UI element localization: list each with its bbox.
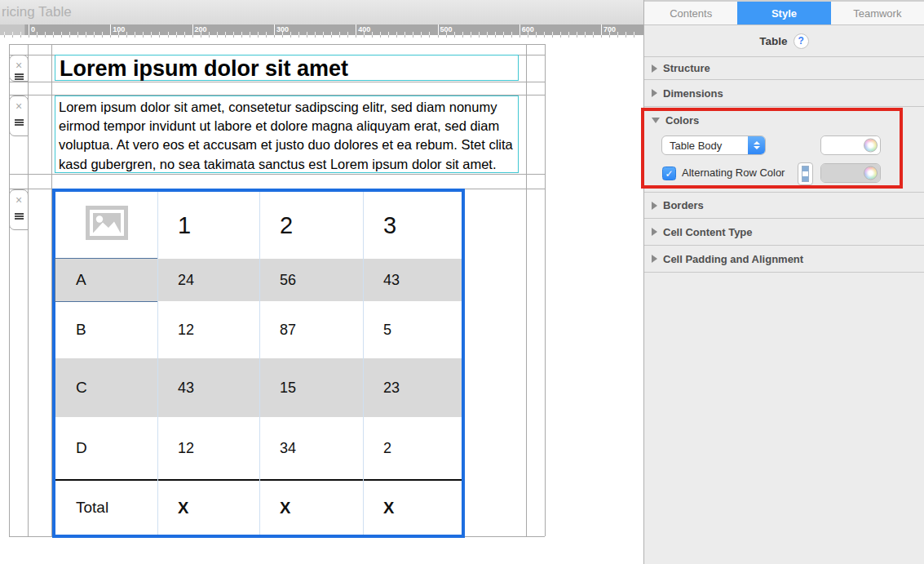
- table-value-cell[interactable]: 12: [157, 301, 259, 358]
- table-value-cell[interactable]: 56: [259, 259, 363, 301]
- table-value-cell[interactable]: 5: [363, 301, 462, 358]
- disclosure-triangle-icon: [652, 202, 657, 210]
- alternating-row-label: Alternating Row Color: [682, 166, 785, 180]
- tab-style[interactable]: Style: [737, 2, 830, 24]
- table-header-cell[interactable]: 1: [157, 192, 259, 259]
- table-value-cell[interactable]: 87: [259, 301, 363, 358]
- table-value-cell[interactable]: 15: [259, 358, 363, 417]
- heading-text: Lorem ipsum dolor sit amet: [55, 56, 518, 82]
- tab-teamwork[interactable]: Teamwork: [831, 2, 924, 24]
- table-value-cell[interactable]: 24: [157, 259, 259, 301]
- color-target-value: Table Body: [662, 140, 748, 152]
- section-colors: Colors Table Body ✓ Alternating Row Colo…: [644, 107, 924, 193]
- table-row: A245643: [55, 259, 462, 301]
- heading-block-handle[interactable]: ×: [9, 55, 29, 82]
- section-cell-padding[interactable]: Cell Padding and Alignment: [644, 246, 924, 273]
- section-label: Cell Padding and Alignment: [663, 253, 803, 265]
- inspector-panel: Contents Style Teamwork Table ? Structur…: [643, 0, 924, 564]
- table-header-row: 123: [55, 192, 462, 259]
- alternating-stripes-icon: [802, 166, 809, 182]
- column-divider: [259, 192, 260, 535]
- guide-line: [9, 44, 545, 45]
- section-structure[interactable]: Structure: [644, 57, 924, 80]
- panel-title: Table: [759, 35, 787, 47]
- row-label-cell[interactable]: C: [55, 358, 157, 417]
- color-wheel-icon[interactable]: [864, 139, 878, 153]
- inspector-tabbar: Contents Style Teamwork: [644, 0, 924, 25]
- row-label-cell[interactable]: Total: [55, 481, 157, 535]
- app-window: ricing Table 0100200300400500600700 × × …: [0, 0, 924, 564]
- table-row: B12875: [55, 301, 462, 358]
- table-header-cell[interactable]: 2: [259, 192, 363, 259]
- table-value-cell[interactable]: 34: [259, 417, 363, 479]
- table-row: D12342: [55, 417, 462, 479]
- paragraph-text: Lorem ipsum dolor sit amet, consetetur s…: [55, 96, 518, 174]
- guide-line: [545, 44, 546, 536]
- table-value-cell[interactable]: 43: [363, 259, 462, 301]
- delete-block-icon[interactable]: ×: [15, 60, 22, 71]
- window-title: ricing Table: [2, 4, 72, 20]
- section-label: Structure: [663, 62, 710, 74]
- section-label: Dimensions: [663, 87, 723, 100]
- color-target-dropdown[interactable]: Table Body: [661, 135, 766, 155]
- table-value-cell[interactable]: X: [363, 481, 462, 535]
- column-divider: [157, 192, 158, 535]
- checkmark-icon: ✓: [665, 168, 673, 180]
- horizontal-ruler: 0100200300400500600700: [0, 24, 643, 35]
- disclosure-triangle-icon: [652, 64, 657, 73]
- heading-block[interactable]: Lorem ipsum dolor sit amet: [55, 55, 519, 81]
- disclosure-triangle-icon: [652, 118, 660, 123]
- drag-handle-icon[interactable]: [15, 213, 24, 220]
- section-borders[interactable]: Borders: [644, 193, 924, 219]
- table-header-image-cell[interactable]: [55, 192, 157, 259]
- column-divider: [363, 192, 364, 535]
- stepper-arrows-icon: [748, 136, 765, 154]
- table-value-cell[interactable]: X: [259, 481, 363, 535]
- section-label: Borders: [663, 199, 704, 211]
- disclosure-triangle-icon: [652, 228, 657, 236]
- table-row: TotalXXX: [55, 479, 462, 535]
- paragraph-block-handle[interactable]: ×: [9, 95, 29, 136]
- row-label-cell[interactable]: A: [55, 259, 157, 301]
- tab-contents[interactable]: Contents: [644, 2, 737, 24]
- paragraph-block[interactable]: Lorem ipsum dolor sit amet, consetetur s…: [55, 95, 519, 173]
- delete-block-icon[interactable]: ×: [15, 100, 22, 112]
- section-label: Colors: [665, 114, 699, 127]
- section-dimensions[interactable]: Dimensions: [644, 80, 924, 107]
- section-colors-header[interactable]: Colors: [644, 107, 924, 133]
- window-titlebar: ricing Table: [0, 0, 643, 25]
- help-button[interactable]: ?: [794, 33, 809, 49]
- alternating-row-checkbox[interactable]: ✓: [662, 167, 676, 180]
- disclosure-triangle-icon: [652, 255, 657, 263]
- ruler-subticks: [0, 35, 643, 40]
- section-label: Cell Content Type: [663, 226, 753, 238]
- table-value-cell[interactable]: X: [157, 481, 259, 535]
- table-header-cell[interactable]: 3: [363, 192, 462, 259]
- delete-block-icon[interactable]: ×: [15, 194, 22, 206]
- guide-line: [9, 82, 545, 82]
- section-cell-content-type[interactable]: Cell Content Type: [644, 219, 924, 246]
- table-value-cell[interactable]: 43: [157, 358, 259, 417]
- drag-handle-icon[interactable]: [15, 119, 24, 126]
- table-block-handle[interactable]: ×: [9, 189, 29, 230]
- alternating-stripes-button[interactable]: [798, 162, 813, 185]
- row-label-cell[interactable]: B: [55, 301, 157, 358]
- guide-line: [9, 174, 545, 175]
- panel-title-row: Table ?: [644, 25, 924, 57]
- table-value-cell[interactable]: 23: [363, 358, 462, 417]
- table-row: C431523: [55, 358, 462, 417]
- row-label-cell[interactable]: D: [55, 417, 157, 479]
- alternating-color-well[interactable]: [820, 163, 881, 183]
- disclosure-triangle-icon: [652, 89, 657, 97]
- color-wheel-icon[interactable]: [864, 167, 878, 180]
- drag-handle-icon[interactable]: [15, 73, 24, 80]
- table-body-color-well[interactable]: [820, 135, 881, 155]
- table-value-cell[interactable]: 12: [157, 417, 259, 479]
- table-value-cell[interactable]: 2: [363, 417, 462, 479]
- image-placeholder-icon: [86, 206, 128, 246]
- ruler-unit-label: 0: [31, 25, 35, 33]
- pricing-table[interactable]: 123A245643B12875C431523D12342TotalXXX: [52, 189, 465, 538]
- guide-line: [526, 44, 527, 536]
